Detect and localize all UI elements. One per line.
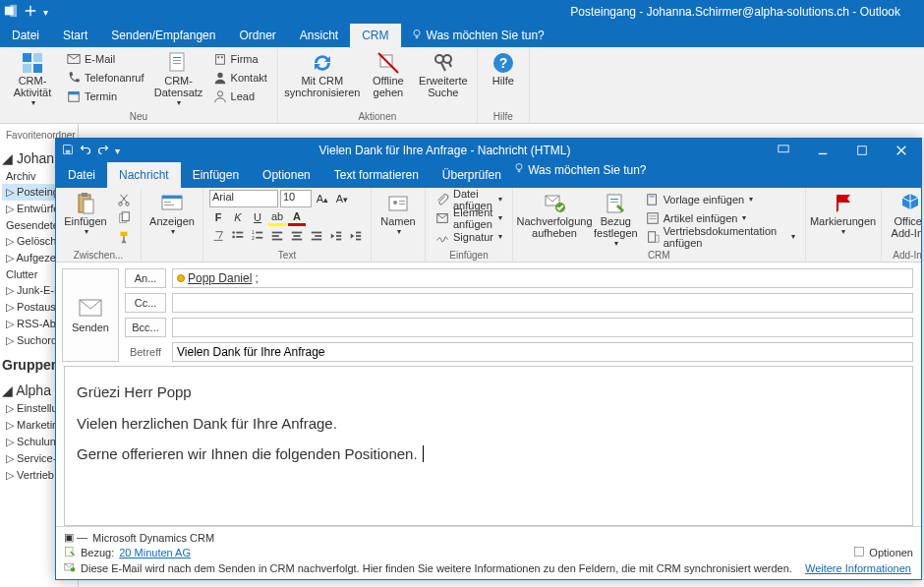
italic-button[interactable]: K bbox=[229, 208, 247, 226]
crm-activity-button[interactable]: CRM- Aktivität ▾ bbox=[6, 49, 59, 111]
tab-start[interactable]: Start bbox=[51, 24, 99, 47]
set-regarding-button[interactable]: Bezug festlegen ▾ bbox=[594, 190, 638, 250]
maximize-button[interactable] bbox=[842, 139, 882, 162]
subject-field[interactable] bbox=[172, 342, 913, 362]
bulb-icon bbox=[513, 163, 525, 177]
format-painter-button[interactable] bbox=[113, 227, 135, 246]
crm-record-button[interactable]: CRM- Datensatz ▾ bbox=[152, 49, 205, 111]
regarding-link[interactable]: 20 Minuten AG bbox=[119, 547, 191, 558]
insert-salesdoc-button[interactable]: Vertriebsdokumentation anfügen▾ bbox=[642, 227, 799, 246]
grow-font-button[interactable]: A▴ bbox=[314, 190, 331, 207]
clear-format-button[interactable] bbox=[209, 227, 227, 245]
crm-more-info-link[interactable]: Weitere Informationen bbox=[805, 562, 911, 574]
regarding-label: Bezug: bbox=[81, 547, 114, 558]
signature-button[interactable]: Signatur▾ bbox=[432, 227, 506, 246]
compose-tab-insert[interactable]: Einfügen bbox=[181, 162, 251, 188]
recipient-chip[interactable]: Popp Daniel bbox=[188, 271, 252, 285]
align-center-button[interactable] bbox=[288, 227, 306, 245]
minimize-button[interactable] bbox=[803, 139, 842, 162]
cut-button[interactable] bbox=[113, 190, 135, 208]
compose-tab-review[interactable]: Überprüfen bbox=[431, 162, 513, 188]
tab-view[interactable]: Ansicht bbox=[288, 24, 350, 47]
cc-button[interactable]: Cc... bbox=[125, 293, 166, 313]
compose-tell-me[interactable]: Was möchten Sie tun? bbox=[513, 162, 647, 188]
undo-icon[interactable] bbox=[80, 144, 91, 158]
insert-template-button[interactable]: Vorlage einfügen▾ bbox=[642, 190, 799, 208]
message-body[interactable]: Grüezi Herr Popp Vielen herzlichen Dank … bbox=[64, 366, 913, 526]
tab-file[interactable]: Datei bbox=[0, 24, 51, 47]
new-email-button[interactable]: E-Mail bbox=[63, 49, 148, 68]
chevron-down-icon: ▾ bbox=[397, 227, 401, 236]
close-button[interactable] bbox=[882, 139, 921, 162]
names-button[interactable]: Namen ▾ bbox=[377, 190, 419, 250]
tell-me-label: Was möchten Sie tun? bbox=[427, 29, 545, 42]
offline-button[interactable]: Offline gehen bbox=[365, 49, 412, 111]
new-appointment-button[interactable]: Termin bbox=[63, 87, 148, 105]
new-company-button[interactable]: Firma bbox=[209, 49, 271, 68]
compose-tab-format[interactable]: Text formatieren bbox=[322, 162, 431, 188]
underline-button[interactable]: U bbox=[249, 208, 266, 226]
svg-point-17 bbox=[217, 72, 222, 77]
svg-point-18 bbox=[217, 90, 222, 95]
shrink-font-button[interactable]: A▾ bbox=[333, 190, 351, 207]
highlight-color-button[interactable]: ab bbox=[268, 208, 286, 226]
svg-rect-41 bbox=[236, 232, 243, 234]
collapse-icon[interactable]: ▣ — bbox=[64, 531, 87, 544]
compose-tab-file[interactable]: Datei bbox=[56, 162, 107, 188]
attach-item-button[interactable]: Element anfügen▾ bbox=[432, 208, 506, 227]
remove-followup-button[interactable]: Nachverfolgung aufheben bbox=[519, 190, 590, 250]
redo-icon[interactable] bbox=[97, 144, 109, 158]
ribbon-options-icon[interactable] bbox=[764, 139, 803, 162]
indent-more-button[interactable] bbox=[347, 227, 365, 245]
indent-less-button[interactable] bbox=[327, 227, 345, 245]
show-button[interactable]: Anzeigen ▾ bbox=[147, 190, 197, 250]
tab-send-receive[interactable]: Senden/Empfangen bbox=[99, 24, 227, 47]
svg-rect-77 bbox=[649, 218, 656, 219]
align-right-button[interactable] bbox=[308, 227, 325, 245]
tab-crm[interactable]: CRM bbox=[350, 24, 400, 47]
compose-window-title: Vielen Dank für Ihre Anfrage - Nachricht… bbox=[126, 144, 764, 157]
office-addins-button[interactable]: Office- Add-Ins bbox=[888, 190, 921, 250]
copy-button[interactable] bbox=[113, 208, 135, 227]
chevron-down-icon: ▾ bbox=[31, 98, 35, 107]
svg-rect-61 bbox=[356, 235, 361, 237]
cc-field[interactable] bbox=[172, 293, 913, 313]
to-field[interactable]: Popp Daniel; bbox=[172, 268, 913, 288]
numbering-button[interactable]: 12 bbox=[249, 227, 266, 245]
font-name-select[interactable]: Arial bbox=[209, 190, 278, 207]
align-left-button[interactable] bbox=[268, 227, 286, 245]
font-color-button[interactable]: A bbox=[288, 208, 306, 226]
svg-rect-70 bbox=[607, 195, 621, 212]
compose-tab-message[interactable]: Nachricht bbox=[107, 162, 181, 188]
bcc-field[interactable] bbox=[172, 318, 913, 337]
paste-button[interactable]: Einfügen ▾ bbox=[62, 190, 109, 250]
svg-point-64 bbox=[393, 201, 397, 205]
markings-button[interactable]: Markierungen ▾ bbox=[812, 190, 875, 250]
tell-me-search[interactable]: Was möchten Sie tun? bbox=[401, 24, 554, 47]
sync-crm-button[interactable]: Mit CRM synchronisieren bbox=[284, 49, 361, 111]
new-contact-button[interactable]: Kontakt bbox=[209, 68, 271, 87]
new-lead-button[interactable]: Lead bbox=[209, 87, 271, 105]
svg-rect-11 bbox=[173, 57, 181, 58]
quick-more-icon[interactable]: ▾ bbox=[115, 146, 120, 156]
save-icon[interactable] bbox=[62, 144, 74, 158]
to-button[interactable]: An... bbox=[125, 268, 166, 288]
tab-folder[interactable]: Ordner bbox=[227, 24, 287, 47]
svg-rect-51 bbox=[292, 232, 303, 234]
font-size-select[interactable]: 10 bbox=[280, 190, 312, 207]
quick-send-receive-icon[interactable] bbox=[24, 4, 37, 21]
bcc-button[interactable]: Bcc... bbox=[125, 318, 166, 337]
svg-rect-14 bbox=[215, 54, 224, 64]
crm-options-link[interactable]: Optionen bbox=[869, 547, 913, 558]
bullets-button[interactable] bbox=[229, 227, 247, 245]
new-phonecall-button[interactable]: Telefonanruf bbox=[63, 68, 148, 87]
presence-away-icon bbox=[177, 274, 185, 282]
group-new-label: Neu bbox=[6, 111, 271, 122]
help-button[interactable]: ? Hilfe bbox=[484, 49, 523, 111]
send-button[interactable]: Senden bbox=[62, 268, 119, 362]
bold-button[interactable]: F bbox=[209, 208, 227, 226]
svg-rect-72 bbox=[610, 202, 618, 203]
advanced-search-button[interactable]: Erweiterte Suche bbox=[416, 49, 471, 111]
svg-rect-55 bbox=[315, 235, 321, 237]
compose-tab-options[interactable]: Optionen bbox=[251, 162, 322, 188]
